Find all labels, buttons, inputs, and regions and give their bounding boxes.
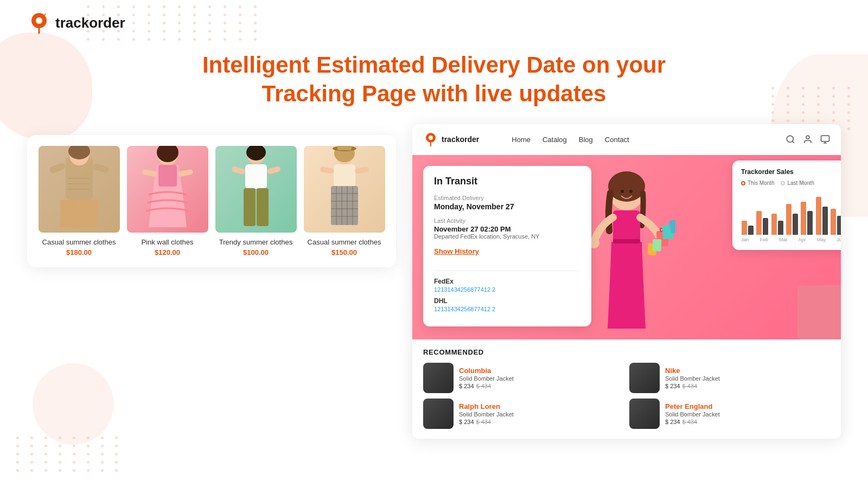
chart-bar-last-Feb	[763, 218, 768, 235]
carrier-dhl: DHL 12131434256877412 2	[434, 297, 580, 312]
logo[interactable]: trackorder	[27, 11, 125, 35]
product-image-4	[304, 146, 385, 233]
svg-point-51	[629, 190, 633, 193]
search-icon[interactable]	[786, 134, 795, 144]
figure-2	[127, 146, 208, 233]
chart-labels: JanFebMarAprMayJunJul	[741, 237, 841, 242]
store-logo-icon	[423, 132, 438, 147]
logo-icon	[27, 11, 51, 35]
rec-item-3[interactable]: Peter England Solid Bomber Jacket $ 234$…	[629, 399, 830, 429]
chart-bar-group-Apr	[786, 204, 798, 235]
tracking-card: In Transit Estimated Delivery Monday, No…	[423, 166, 591, 326]
rec-brand-0: Columbia	[459, 367, 514, 375]
store-logo[interactable]: trackorder	[423, 132, 479, 147]
svg-rect-22	[231, 166, 246, 175]
chart-bar-this-Feb	[756, 211, 762, 235]
chart-bar-this-Apr	[786, 204, 792, 235]
rec-item-0[interactable]: Columbia Solid Bomber Jacket $ 234$ 434	[423, 363, 624, 393]
rec-info-1: Nike Solid Bomber Jacket $ 234$ 434	[665, 367, 720, 389]
chart-label-Apr: Apr	[799, 237, 806, 242]
svg-rect-8	[92, 163, 109, 173]
hero-headline: Intelligent Estimated Delivery Date on y…	[0, 51, 868, 108]
carrier-dhl-tracking[interactable]: 12131434256877412 2	[434, 306, 580, 312]
sales-chart-card: Trackorder Sales This Month Last Month	[732, 160, 841, 250]
show-history-link[interactable]: Show History	[434, 247, 479, 255]
chart-bars	[741, 191, 841, 235]
store-logo-text: trackorder	[442, 135, 479, 144]
rec-brand-3: Peter England	[665, 402, 720, 410]
rec-product-name-1: Solid Bomber Jacket	[665, 375, 720, 382]
rec-price-2: $ 234$ 434	[459, 419, 514, 425]
store-nav-blog[interactable]: Blog	[579, 136, 593, 144]
main-area: Casual summer clothes $180.00	[0, 124, 868, 488]
rec-brand-1: Nike	[665, 367, 720, 375]
store-nav-contact[interactable]: Contact	[605, 136, 629, 144]
product-name-2: Pink wall clothes	[141, 238, 193, 246]
store-nav: trackorder Home Catalog Blog Contact	[412, 124, 841, 155]
svg-rect-20	[244, 188, 256, 226]
cart-icon[interactable]	[820, 134, 830, 144]
figure-1	[39, 146, 120, 233]
product-name-3: Trendy summer clothes	[219, 238, 292, 246]
svg-rect-45	[821, 136, 829, 142]
chart-bar-last-Jan	[748, 226, 754, 235]
legend-this-month: This Month	[741, 180, 774, 186]
rec-info-2: Ralph Loren Solid Bomber Jacket $ 234$ 4…	[459, 402, 514, 425]
store-nav-catalog[interactable]: Catalog	[542, 136, 567, 144]
header: trackorder	[0, 0, 868, 46]
chart-bar-last-Apr	[793, 214, 798, 235]
svg-rect-49	[613, 239, 640, 243]
chart-bar-this-May	[801, 202, 806, 235]
svg-point-43	[787, 136, 793, 142]
svg-rect-28	[334, 164, 355, 187]
chart-legend: This Month Last Month	[741, 180, 841, 186]
carrier-fedex-name: FedEx	[434, 278, 580, 285]
recommended-title: RECOMMENDED	[423, 348, 830, 356]
product-card-2[interactable]: Pink wall clothes $120.00	[126, 146, 208, 256]
chart-bar-this-Jan	[742, 221, 747, 235]
chart-bar-this-Jun	[816, 197, 821, 235]
product-price-4: $150.00	[331, 248, 357, 256]
chart-bar-group-Jul	[831, 209, 841, 235]
chart-label-May: May	[817, 237, 826, 242]
recommended-grid: Columbia Solid Bomber Jacket $ 234$ 434 …	[423, 363, 830, 429]
rec-item-1[interactable]: Nike Solid Bomber Jacket $ 234$ 434	[629, 363, 830, 393]
svg-rect-58	[653, 239, 662, 252]
carrier-fedex-tracking[interactable]: 12131434256877412 2	[434, 286, 580, 293]
carrier-fedex: FedEx 12131434256877412 2	[434, 278, 580, 293]
rec-price-1: $ 234$ 434	[665, 383, 720, 389]
svg-rect-4	[60, 200, 79, 227]
chart-bar-group-May	[801, 202, 813, 235]
chart-bar-last-Jun	[822, 207, 828, 235]
last-activity-label: Last Activity	[434, 217, 580, 224]
svg-rect-38	[320, 166, 334, 174]
svg-rect-15	[142, 169, 157, 177]
product-name-4: Casual summer clothes	[308, 238, 381, 246]
figure-4	[304, 146, 385, 233]
svg-rect-29	[331, 186, 358, 225]
rec-item-2[interactable]: Ralph Loren Solid Bomber Jacket $ 234$ 4…	[423, 399, 624, 429]
product-card-1[interactable]: Casual summer clothes $180.00	[38, 146, 120, 256]
hero-woman-figure	[578, 166, 675, 339]
rec-original-price-3: $ 434	[682, 419, 698, 425]
rec-original-price-2: $ 434	[476, 419, 492, 425]
last-activity-date: November 27 02:20 PM	[434, 225, 580, 233]
tracking-status: In Transit	[434, 176, 580, 187]
chart-label-Jan: Jan	[741, 237, 749, 242]
rec-original-price-1: $ 434	[682, 383, 698, 389]
store-nav-home[interactable]: Home	[512, 136, 531, 144]
svg-rect-14	[158, 165, 177, 187]
product-card-4[interactable]: Casual summer clothes $150.00	[303, 146, 385, 256]
svg-rect-39	[354, 166, 369, 174]
svg-rect-21	[257, 188, 269, 226]
product-image-1	[39, 146, 120, 233]
product-card-3[interactable]: Trendy summer clothes $100.00	[215, 146, 297, 256]
store-hero: In Transit Estimated Delivery Monday, No…	[412, 155, 841, 339]
svg-rect-48	[613, 210, 640, 243]
user-icon[interactable]	[803, 134, 813, 144]
product-price-1: $180.00	[66, 248, 92, 256]
store-nav-icons	[786, 134, 830, 144]
svg-rect-19	[245, 164, 267, 189]
rec-info-3: Peter England Solid Bomber Jacket $ 234$…	[665, 402, 720, 425]
legend-last-month: Last Month	[781, 180, 814, 186]
